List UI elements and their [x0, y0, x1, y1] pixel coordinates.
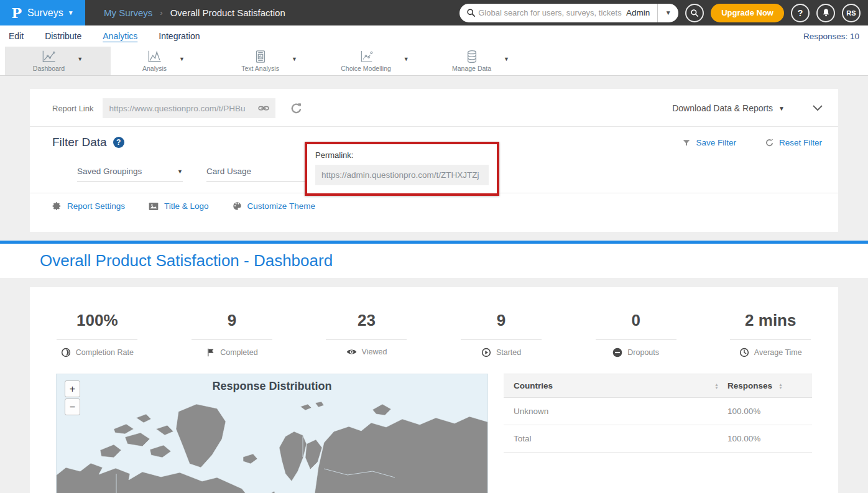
toolbar-dashboard[interactable]: Dashboard ▼: [5, 47, 111, 75]
zoom-out-button[interactable]: −: [65, 399, 80, 415]
stat-value: 9: [228, 311, 236, 330]
chevron-down-icon[interactable]: ▼: [404, 56, 409, 62]
chevron-down-icon: ▼: [177, 168, 183, 175]
upgrade-now-button[interactable]: Upgrade Now: [711, 4, 784, 22]
stat-viewed: 23 Viewed: [299, 311, 434, 357]
minus-circle-icon: [612, 348, 622, 357]
toolbar-label: Text Analysis: [241, 65, 279, 72]
country-cell: Unknown: [514, 407, 727, 416]
header-actions: Admin ▼ Upgrade Now ? RS: [459, 4, 868, 22]
questionpro-logo-icon: P: [11, 4, 22, 21]
saved-groupings-dropdown[interactable]: Saved Groupings ▼: [77, 167, 183, 182]
toolbar-text-analysis[interactable]: Text Analysis ▼: [216, 47, 322, 75]
funnel-icon: [682, 139, 691, 147]
chevron-down-icon[interactable]: ▼: [292, 56, 297, 62]
title-logo-link[interactable]: Title & Logo: [149, 201, 209, 211]
report-link-field[interactable]: https://www.questionpro.com/t/PHBu: [103, 98, 275, 118]
scatter-chart-icon: [358, 50, 374, 63]
sort-icon[interactable]: ▲▼: [778, 383, 783, 389]
toolbar-choice-modelling[interactable]: Choice Modelling ▼: [322, 47, 428, 75]
secure-link-icon[interactable]: [290, 103, 302, 114]
toolbar-manage-data[interactable]: Manage Data ▼: [428, 47, 533, 75]
help-button[interactable]: ?: [791, 4, 810, 22]
countries-column-header: Countries: [514, 381, 553, 390]
toolbar-label: Dashboard: [33, 65, 65, 72]
search-icon: [459, 8, 478, 17]
chevron-down-icon[interactable]: ▼: [77, 56, 83, 62]
sort-icon[interactable]: ▲▼: [714, 383, 719, 389]
report-link-label: Report Link: [52, 104, 93, 113]
customize-theme-label: Customize Theme: [247, 201, 315, 211]
toolbar-analysis[interactable]: Analysis ▼: [111, 47, 216, 75]
product-switcher[interactable]: P Surveys ▼: [0, 0, 85, 25]
permalink-field[interactable]: https://admin.questionpro.com/t/ZTHXJTZj: [315, 165, 489, 185]
database-icon: [465, 50, 479, 63]
download-data-reports-menu[interactable]: Download Data & Reports ▼: [672, 103, 785, 113]
stat-label: Viewed: [362, 348, 387, 356]
refresh-icon: [765, 138, 774, 147]
global-search: Admin ▼: [459, 4, 678, 22]
clock-icon: [739, 348, 749, 357]
title-logo-label: Title & Logo: [164, 201, 209, 211]
report-actions: Download Data & Reports ▼: [672, 103, 823, 113]
tab-edit[interactable]: Edit: [9, 31, 24, 41]
filter-help-icon[interactable]: ?: [113, 137, 124, 148]
responses-cell: 100.00%: [727, 407, 802, 416]
stat-label: Completion Rate: [76, 348, 134, 357]
countries-table: Countries ▲▼ Responses ▲▼ Unknown 100.00…: [504, 374, 812, 493]
toolbar-label: Choice Modelling: [341, 65, 391, 72]
customize-theme-link[interactable]: Customize Theme: [233, 201, 315, 211]
reset-filter-label: Reset Filter: [779, 138, 822, 147]
toolbar-label: Analysis: [142, 65, 167, 72]
breadcrumb: My Surveys › Overall Product Satisfactio…: [104, 7, 285, 18]
collapse-panel-chevron[interactable]: [812, 104, 823, 112]
product-name: Surveys: [27, 7, 63, 19]
analytics-toolbar: Dashboard ▼ Analysis ▼ Text Analysis ▼ C…: [0, 47, 868, 76]
stat-value: 9: [497, 311, 506, 330]
search-scope-dropdown[interactable]: ▼: [658, 9, 678, 16]
gear-icon: [52, 201, 62, 211]
card-usage-dropdown[interactable]: Card Usage ▼: [206, 167, 312, 182]
report-settings-link[interactable]: Report Settings: [52, 201, 125, 211]
search-button[interactable]: [685, 4, 704, 22]
reset-filter-button[interactable]: Reset Filter: [765, 138, 822, 147]
palette-icon: [233, 201, 242, 211]
card-usage-label: Card Usage: [206, 167, 251, 176]
link-icon[interactable]: [258, 104, 269, 113]
chevron-down-icon: ▼: [68, 9, 74, 16]
responses-column-header: Responses: [727, 381, 772, 390]
tab-distribute[interactable]: Distribute: [45, 31, 81, 41]
avatar-initials: RS: [846, 9, 856, 17]
save-filter-label: Save Filter: [696, 138, 736, 147]
stat-label: Dropouts: [627, 348, 659, 357]
stats-row: 100% Completion Rate 9 Completed 23: [30, 287, 838, 357]
tab-analytics[interactable]: Analytics: [103, 31, 137, 41]
map-zoom-controls: + −: [65, 380, 80, 415]
saved-groupings-label: Saved Groupings: [77, 167, 142, 176]
zoom-in-button[interactable]: +: [65, 380, 80, 397]
country-cell: Total: [514, 434, 727, 443]
tab-integration[interactable]: Integration: [159, 31, 200, 41]
play-circle-icon: [481, 348, 491, 357]
chevron-down-icon[interactable]: ▼: [179, 56, 185, 62]
report-filter-card: Report Link https://www.questionpro.com/…: [30, 89, 838, 232]
avatar[interactable]: RS: [842, 4, 861, 22]
stat-started: 9 Started: [434, 311, 569, 357]
image-icon: [149, 202, 159, 211]
stat-value: 2 mins: [745, 311, 796, 330]
search-scope-label: Admin: [622, 8, 657, 17]
breadcrumb-my-surveys[interactable]: My Surveys: [104, 7, 152, 18]
stat-label: Started: [496, 348, 521, 357]
chevron-down-icon[interactable]: ▼: [504, 56, 509, 62]
save-filter-button[interactable]: Save Filter: [682, 138, 736, 147]
table-row: Unknown 100.00%: [504, 398, 812, 425]
notifications-button[interactable]: [816, 4, 835, 22]
report-link-row: Report Link https://www.questionpro.com/…: [30, 89, 838, 127]
dashboard-card: 100% Completion Rate 9 Completed 23: [30, 287, 838, 493]
global-search-input[interactable]: [478, 8, 622, 17]
breadcrumb-current-survey: Overall Product Satisfaction: [170, 7, 285, 18]
stat-value: 0: [631, 311, 640, 330]
response-distribution-map[interactable]: Response Distribution + −: [56, 374, 488, 493]
filter-data-title: Filter Data: [52, 136, 107, 149]
stat-average-time: 2 mins Average Time: [703, 311, 838, 357]
